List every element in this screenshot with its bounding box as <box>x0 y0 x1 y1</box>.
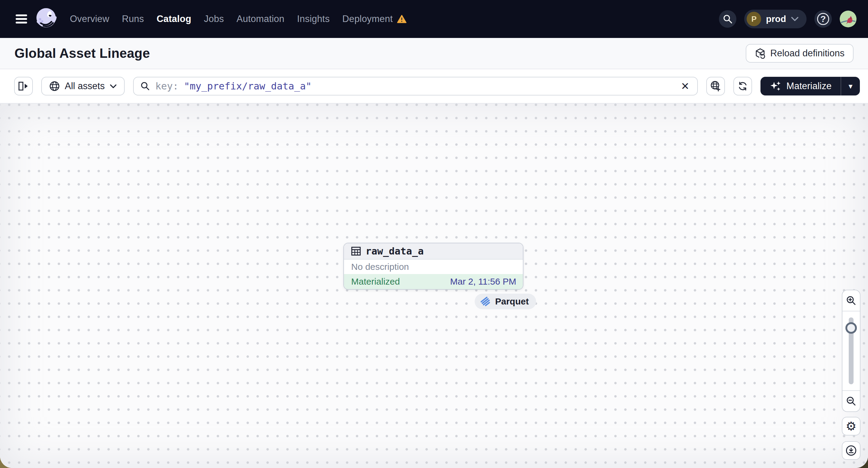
zoom-out-button[interactable] <box>842 390 860 411</box>
gear-icon: ⚙ <box>846 420 857 432</box>
download-image-button[interactable] <box>842 441 861 460</box>
top-nav-bar: Overview Runs Catalog Jobs Automation In… <box>0 0 868 38</box>
zoom-out-icon <box>846 396 856 406</box>
panel-open-icon <box>19 82 29 91</box>
page-header: Global Asset Lineage Reload definitions <box>0 38 868 69</box>
search-query-key: key: <box>155 81 179 92</box>
nav-item-catalog[interactable]: Catalog <box>157 13 191 24</box>
zoom-in-button[interactable] <box>842 290 860 311</box>
refresh-icon <box>737 81 748 92</box>
zoom-controls <box>842 290 861 412</box>
help-button[interactable]: ? <box>814 10 832 28</box>
nav-item-jobs[interactable]: Jobs <box>204 13 224 24</box>
lineage-toolbar: All assets key:"my_prefix/raw_data_a" ✕ <box>0 69 868 103</box>
download-icon <box>845 445 857 456</box>
materialize-label: Materialize <box>786 81 832 92</box>
reload-definitions-label: Reload definitions <box>770 48 844 59</box>
reload-definitions-icon <box>755 48 766 59</box>
environment-name: prod <box>766 14 786 24</box>
sparkles-icon <box>770 80 781 92</box>
asset-node-raw-data-a[interactable]: raw_data_a No description Materialized M… <box>343 243 523 290</box>
clear-search-icon[interactable]: ✕ <box>681 81 690 91</box>
page-title: Global Asset Lineage <box>14 46 150 61</box>
lineage-canvas[interactable]: raw_data_a No description Materialized M… <box>0 103 868 468</box>
hamburger-menu-icon[interactable] <box>16 14 27 24</box>
cardinal-avatar-image <box>840 10 857 27</box>
primary-nav: Overview Runs Catalog Jobs Automation In… <box>70 13 407 24</box>
asset-scope-label: All assets <box>65 81 105 92</box>
globe-plus-icon <box>710 81 721 92</box>
zoom-slider-thumb[interactable] <box>845 322 857 334</box>
nav-item-overview[interactable]: Overview <box>70 13 109 24</box>
asset-materialization-timestamp[interactable]: Mar 2, 11:56 PM <box>450 277 516 287</box>
storage-kind-tag[interactable]: Parquet <box>475 293 536 309</box>
chevron-down-icon <box>110 84 117 89</box>
materialize-split-button: Materialize ▾ <box>761 77 860 95</box>
environment-switcher[interactable]: P prod <box>744 10 807 28</box>
table-icon <box>351 246 361 256</box>
zoom-in-icon <box>846 295 856 306</box>
dagster-app: Overview Runs Catalog Jobs Automation In… <box>0 0 868 468</box>
graph-settings-button[interactable]: ⚙ <box>842 417 861 435</box>
dagster-logo-icon <box>36 8 57 30</box>
warning-icon[interactable] <box>397 15 407 24</box>
search-icon <box>141 81 150 91</box>
user-avatar[interactable] <box>840 10 857 27</box>
nav-item-automation[interactable]: Automation <box>237 13 284 24</box>
environment-avatar: P <box>747 12 761 26</box>
nav-item-deployment[interactable]: Deployment <box>342 13 393 24</box>
storage-kind-label: Parquet <box>495 297 529 307</box>
asset-search-input[interactable]: key:"my_prefix/raw_data_a" ✕ <box>133 77 698 95</box>
parquet-icon <box>480 296 491 307</box>
refresh-graph-button[interactable] <box>733 77 752 95</box>
asset-scope-dropdown[interactable]: All assets <box>41 77 125 95</box>
materialize-options-button[interactable]: ▾ <box>841 77 860 95</box>
filter-scope-button[interactable] <box>706 77 725 95</box>
asset-status-row: Materialized Mar 2, 11:56 PM <box>344 274 523 289</box>
asset-name: raw_data_a <box>366 245 424 257</box>
chevron-down-icon <box>791 17 799 21</box>
search-query-value: "my_prefix/raw_data_a" <box>184 81 312 92</box>
open-sidebar-button[interactable] <box>14 77 33 95</box>
materialize-button[interactable]: Materialize <box>761 77 841 95</box>
reload-definitions-button[interactable]: Reload definitions <box>746 44 854 63</box>
caret-down-icon: ▾ <box>848 82 852 91</box>
search-icon <box>723 14 733 24</box>
globe-icon <box>49 81 60 92</box>
nav-item-runs[interactable]: Runs <box>122 13 144 24</box>
asset-node-header: raw_data_a <box>344 243 523 259</box>
global-search-button[interactable] <box>719 10 736 28</box>
nav-item-insights[interactable]: Insights <box>297 13 330 24</box>
asset-description: No description <box>344 259 523 274</box>
help-icon: ? <box>817 13 829 25</box>
zoom-slider[interactable] <box>842 311 860 390</box>
asset-status-badge: Materialized <box>351 277 400 287</box>
topbar-right-actions: P prod ? <box>719 10 857 28</box>
